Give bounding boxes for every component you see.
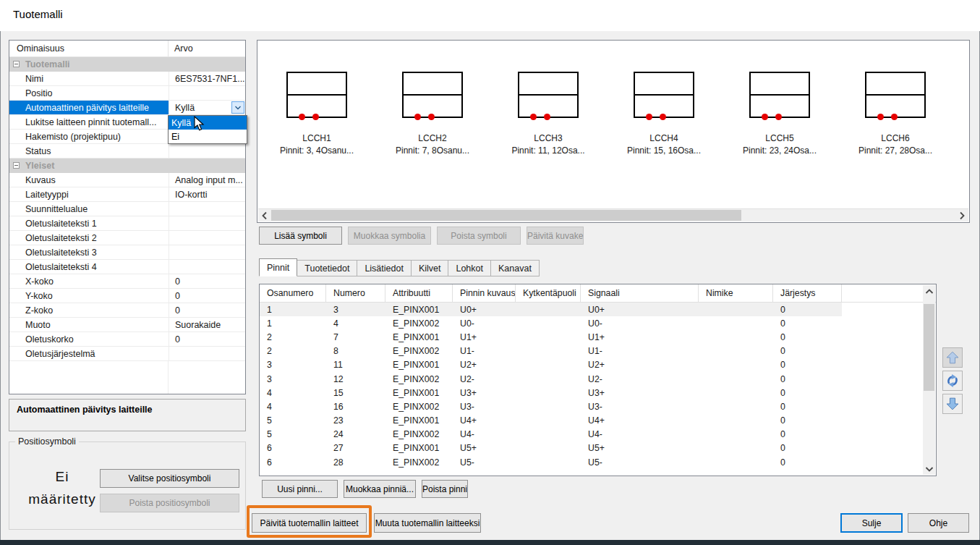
- property-value[interactable]: [169, 202, 245, 216]
- tab[interactable]: Kanavat: [490, 260, 540, 276]
- property-value[interactable]: 0: [169, 289, 245, 303]
- scrollbar-thumb[interactable]: [271, 210, 741, 221]
- table-row[interactable]: 4 15 E_PINX001 U3+ U3+ 0: [260, 386, 842, 400]
- table-row[interactable]: 3 12 E_PINX002 U2- U2- 0: [260, 372, 842, 386]
- paivita-tuotemallin-laitteet-button[interactable]: Päivitä tuotemallin laitteet: [252, 513, 367, 533]
- tab[interactable]: Lohkot: [448, 260, 491, 276]
- dropdown-option[interactable]: Ei: [169, 130, 247, 143]
- table-row[interactable]: 2 8 E_PINX002 U1- U1- 0: [260, 345, 842, 358]
- column-header-arvo[interactable]: Arvo: [169, 41, 245, 56]
- property-row[interactable]: Oletuslaiteteksti 4: [9, 260, 245, 274]
- property-row[interactable]: Oletuskorko 0: [9, 332, 245, 347]
- col-header-jarjestys[interactable]: Järjestys: [773, 284, 842, 302]
- column-header-ominaisuus[interactable]: Ominaisuus: [9, 41, 169, 56]
- property-row[interactable]: Yleiset: [9, 159, 245, 173]
- scrollbar-thumb[interactable]: [924, 304, 934, 391]
- property-row[interactable]: Muoto Suorakaide: [9, 318, 245, 332]
- symbol-action-button[interactable]: Lisää symboli: [259, 227, 342, 245]
- table-row[interactable]: 4 16 E_PINX002 U3- U3- 0: [260, 400, 842, 413]
- symbol-card[interactable]: LCCH1 Pinnit: 3, 4Osanu...: [259, 41, 375, 156]
- property-value[interactable]: [169, 57, 245, 71]
- tab[interactable]: Kilvet: [411, 260, 449, 276]
- property-value[interactable]: Suorakaide: [169, 318, 245, 331]
- scroll-down-button[interactable]: [923, 462, 935, 475]
- scroll-up-button[interactable]: [923, 285, 935, 297]
- property-value[interactable]: [169, 260, 245, 274]
- ohje-button[interactable]: Ohje: [908, 513, 969, 533]
- property-value[interactable]: [169, 144, 245, 158]
- property-value[interactable]: [169, 159, 245, 172]
- table-row[interactable]: 3 11 E_PINX001 U2+ U2+ 0: [260, 358, 842, 372]
- pin-action-button[interactable]: Poista pinni: [422, 480, 468, 498]
- pins-vertical-scrollbar[interactable]: [923, 285, 935, 475]
- table-row[interactable]: 6 27 E_PINX001 U5+ U5+ 0: [260, 442, 842, 455]
- property-value[interactable]: 0: [169, 303, 245, 317]
- tab[interactable]: Lisätiedot: [357, 260, 412, 276]
- property-row[interactable]: Oletusjärjestelmä: [9, 347, 245, 361]
- symbol-card[interactable]: LCCH5 Pinnit: 23, 24Osa...: [722, 41, 838, 156]
- property-row[interactable]: Suunnittelualue: [9, 202, 245, 216]
- collapse-icon[interactable]: [13, 162, 20, 169]
- move-up-button[interactable]: [942, 347, 963, 368]
- symbols-horizontal-scrollbar[interactable]: [258, 208, 968, 221]
- property-row[interactable]: Oletuslaiteteksti 3: [9, 245, 245, 260]
- property-value[interactable]: Kyllä: [169, 101, 245, 114]
- symbol-action-button[interactable]: Muokkaa symbolia: [348, 227, 431, 245]
- table-row[interactable]: 1 4 E_PINX002 U0- U0- 0: [260, 316, 842, 330]
- table-row[interactable]: 2 7 E_PINX001 U1+ U1+ 0: [260, 330, 842, 344]
- scroll-left-button[interactable]: [258, 209, 271, 221]
- property-value[interactable]: 0: [169, 274, 245, 288]
- tab[interactable]: Pinnit: [259, 258, 297, 276]
- property-value[interactable]: 6ES7531-7NF1...: [169, 72, 245, 85]
- collapse-icon[interactable]: [13, 61, 20, 67]
- col-header-nimike[interactable]: Nimike: [699, 284, 773, 302]
- property-value[interactable]: [169, 245, 245, 259]
- property-value[interactable]: Analog input m...: [169, 173, 245, 187]
- col-header-pinnin-kuvaus[interactable]: Pinnin kuvaus: [453, 284, 516, 302]
- move-down-button[interactable]: [942, 394, 963, 414]
- property-row[interactable]: Kuvaus Analog input m...: [9, 173, 245, 187]
- property-value[interactable]: [169, 216, 245, 230]
- property-row[interactable]: Oletuslaiteteksti 1: [9, 216, 245, 231]
- property-row[interactable]: Automaattinen päivitys laitteille Kyllä: [9, 101, 245, 115]
- scrollbar-track[interactable]: [923, 297, 935, 462]
- symbol-card[interactable]: LCCH4 Pinnit: 15, 16Osa...: [606, 41, 722, 156]
- property-row[interactable]: Positio: [9, 86, 245, 101]
- col-header-attribuutti[interactable]: Attribuutti: [385, 284, 453, 302]
- dropdown-option[interactable]: Kyllä: [169, 116, 247, 130]
- property-row[interactable]: Status: [9, 144, 245, 159]
- property-row[interactable]: Laitetyyppi IO-kortti: [9, 187, 245, 202]
- property-row[interactable]: Tuotemalli: [9, 57, 245, 72]
- dropdown-button[interactable]: [231, 101, 244, 114]
- scroll-right-button[interactable]: [955, 209, 968, 221]
- property-value[interactable]: 0: [169, 332, 245, 346]
- property-row[interactable]: Z-koko 0: [9, 303, 245, 318]
- col-header-signaali[interactable]: Signaali: [581, 284, 699, 302]
- sulje-button[interactable]: Sulje: [840, 513, 903, 533]
- swap-rows-button[interactable]: [942, 371, 963, 391]
- property-row[interactable]: Nimi 6ES7531-7NF1...: [9, 72, 245, 86]
- property-value[interactable]: [169, 86, 245, 100]
- property-value[interactable]: [169, 347, 245, 360]
- pin-action-button[interactable]: Muokkaa pinniä...: [344, 480, 416, 498]
- table-row[interactable]: 5 23 E_PINX001 U4+ U4+ 0: [260, 414, 842, 428]
- table-row[interactable]: 6 28 E_PINX002 U5- U5- 0: [260, 455, 842, 469]
- symbol-card[interactable]: LCCH6 Pinnit: 27, 28Osa...: [838, 41, 953, 156]
- tab[interactable]: Tuotetiedot: [297, 260, 357, 276]
- col-header-numero[interactable]: Numero: [326, 284, 385, 302]
- symbol-card[interactable]: LCCH2 Pinnit: 7, 8Osanu...: [375, 41, 490, 156]
- scrollbar-track[interactable]: [271, 209, 955, 221]
- property-value[interactable]: [169, 231, 245, 245]
- property-row[interactable]: X-koko 0: [9, 274, 245, 289]
- property-row[interactable]: Y-koko 0: [9, 289, 245, 303]
- symbol-action-button[interactable]: Poista symboli: [437, 227, 521, 245]
- table-row[interactable]: 1 3 E_PINX001 U0+ U0+ 0: [260, 303, 842, 316]
- property-value[interactable]: IO-kortti: [169, 187, 245, 201]
- property-row[interactable]: Oletuslaiteteksti 2: [9, 231, 245, 245]
- table-row[interactable]: 5 24 E_PINX002 U4- U4- 0: [260, 428, 842, 442]
- pin-action-button[interactable]: Uusi pinni...: [262, 480, 338, 498]
- valitse-positiosymboli-button[interactable]: Valitse positiosymboli: [100, 469, 239, 488]
- muuta-tuotemallin-laitteeksi-button[interactable]: Muuta tuotemallin laitteeksi: [374, 513, 481, 533]
- col-header-osanumero[interactable]: Osanumero: [260, 284, 326, 302]
- symbol-action-button[interactable]: Päivitä kuvake: [527, 227, 584, 245]
